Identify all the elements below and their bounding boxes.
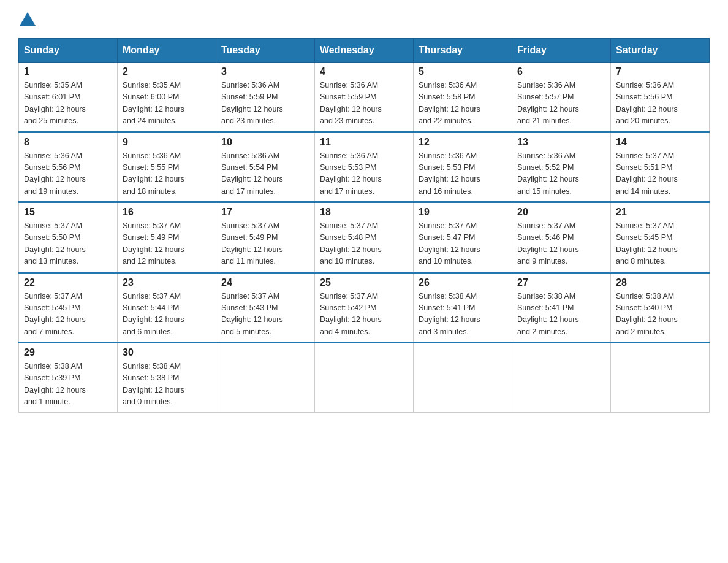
day-info: Sunrise: 5:36 AMSunset: 5:55 PMDaylight:…: [123, 150, 211, 198]
day-info: Sunrise: 5:37 AMSunset: 5:45 PMDaylight:…: [24, 291, 112, 339]
day-number: 18: [320, 207, 408, 218]
day-number: 30: [123, 347, 211, 358]
day-info: Sunrise: 5:38 AMSunset: 5:41 PMDaylight:…: [517, 291, 605, 339]
day-number: 27: [517, 277, 605, 288]
day-number: 3: [221, 66, 309, 77]
day-info: Sunrise: 5:38 AMSunset: 5:39 PMDaylight:…: [24, 361, 112, 408]
day-info: Sunrise: 5:37 AMSunset: 5:46 PMDaylight:…: [517, 220, 605, 268]
calendar-header-tuesday: Tuesday: [216, 39, 315, 63]
day-number: 21: [616, 207, 704, 218]
calendar-week-row: 22Sunrise: 5:37 AMSunset: 5:45 PMDayligh…: [19, 272, 710, 343]
calendar-day-cell: 11Sunrise: 5:36 AMSunset: 5:53 PMDayligh…: [315, 132, 414, 202]
calendar-day-cell: 9Sunrise: 5:36 AMSunset: 5:55 PMDaylight…: [118, 132, 216, 202]
day-number: 12: [419, 137, 507, 148]
day-info: Sunrise: 5:35 AMSunset: 6:00 PMDaylight:…: [123, 80, 211, 128]
day-number: 24: [221, 277, 309, 288]
calendar-day-cell: [315, 343, 414, 413]
calendar-day-cell: 15Sunrise: 5:37 AMSunset: 5:50 PMDayligh…: [19, 202, 118, 273]
calendar-week-row: 15Sunrise: 5:37 AMSunset: 5:50 PMDayligh…: [19, 202, 710, 273]
calendar-day-cell: 13Sunrise: 5:36 AMSunset: 5:52 PMDayligh…: [512, 132, 611, 202]
day-info: Sunrise: 5:37 AMSunset: 5:49 PMDaylight:…: [221, 220, 309, 268]
calendar-day-cell: 8Sunrise: 5:36 AMSunset: 5:56 PMDaylight…: [19, 132, 118, 202]
calendar-day-cell: 17Sunrise: 5:37 AMSunset: 5:49 PMDayligh…: [216, 202, 315, 273]
day-info: Sunrise: 5:37 AMSunset: 5:47 PMDaylight:…: [419, 220, 507, 268]
day-number: 20: [517, 207, 605, 218]
calendar-header-friday: Friday: [512, 39, 611, 63]
day-number: 2: [123, 66, 211, 77]
day-info: Sunrise: 5:36 AMSunset: 5:59 PMDaylight:…: [320, 80, 408, 128]
day-info: Sunrise: 5:37 AMSunset: 5:51 PMDaylight:…: [616, 150, 704, 198]
calendar-day-cell: 1Sunrise: 5:35 AMSunset: 6:01 PMDaylight…: [19, 63, 118, 132]
day-number: 15: [24, 207, 112, 218]
day-number: 25: [320, 277, 408, 288]
day-number: 6: [517, 66, 605, 77]
calendar-day-cell: 24Sunrise: 5:37 AMSunset: 5:43 PMDayligh…: [216, 272, 315, 343]
day-info: Sunrise: 5:37 AMSunset: 5:45 PMDaylight:…: [616, 220, 704, 268]
calendar-day-cell: 30Sunrise: 5:38 AMSunset: 5:38 PMDayligh…: [118, 343, 216, 413]
day-info: Sunrise: 5:36 AMSunset: 5:56 PMDaylight:…: [616, 80, 704, 128]
day-number: 11: [320, 137, 408, 148]
calendar-day-cell: 23Sunrise: 5:37 AMSunset: 5:44 PMDayligh…: [118, 272, 216, 343]
calendar-day-cell: 21Sunrise: 5:37 AMSunset: 5:45 PMDayligh…: [611, 202, 710, 273]
calendar-day-cell: 22Sunrise: 5:37 AMSunset: 5:45 PMDayligh…: [19, 272, 118, 343]
calendar-day-cell: 12Sunrise: 5:36 AMSunset: 5:53 PMDayligh…: [414, 132, 512, 202]
day-number: 1: [24, 66, 112, 77]
logo: [18, 12, 36, 26]
calendar-day-cell: 20Sunrise: 5:37 AMSunset: 5:46 PMDayligh…: [512, 202, 611, 273]
calendar-week-row: 8Sunrise: 5:36 AMSunset: 5:56 PMDaylight…: [19, 132, 710, 202]
calendar-day-cell: 29Sunrise: 5:38 AMSunset: 5:39 PMDayligh…: [19, 343, 118, 413]
day-info: Sunrise: 5:36 AMSunset: 5:57 PMDaylight:…: [517, 80, 605, 128]
day-info: Sunrise: 5:37 AMSunset: 5:50 PMDaylight:…: [24, 220, 112, 268]
day-info: Sunrise: 5:37 AMSunset: 5:42 PMDaylight:…: [320, 291, 408, 339]
calendar-table: SundayMondayTuesdayWednesdayThursdayFrid…: [18, 38, 710, 413]
day-number: 5: [419, 66, 507, 77]
calendar-header-thursday: Thursday: [414, 39, 512, 63]
calendar-day-cell: 28Sunrise: 5:38 AMSunset: 5:40 PMDayligh…: [611, 272, 710, 343]
day-number: 14: [616, 137, 704, 148]
calendar-day-cell: 7Sunrise: 5:36 AMSunset: 5:56 PMDaylight…: [611, 63, 710, 132]
day-info: Sunrise: 5:36 AMSunset: 5:53 PMDaylight:…: [320, 150, 408, 198]
day-number: 26: [419, 277, 507, 288]
day-info: Sunrise: 5:36 AMSunset: 5:59 PMDaylight:…: [221, 80, 309, 128]
day-number: 28: [616, 277, 704, 288]
calendar-header-sunday: Sunday: [19, 39, 118, 63]
day-number: 7: [616, 66, 704, 77]
calendar-day-cell: 5Sunrise: 5:36 AMSunset: 5:58 PMDaylight…: [414, 63, 512, 132]
day-number: 17: [221, 207, 309, 218]
day-number: 29: [24, 347, 112, 358]
day-number: 23: [123, 277, 211, 288]
day-info: Sunrise: 5:38 AMSunset: 5:38 PMDaylight:…: [123, 361, 211, 408]
calendar-day-cell: [216, 343, 315, 413]
calendar-day-cell: 2Sunrise: 5:35 AMSunset: 6:00 PMDaylight…: [118, 63, 216, 132]
calendar-day-cell: 18Sunrise: 5:37 AMSunset: 5:48 PMDayligh…: [315, 202, 414, 273]
day-info: Sunrise: 5:35 AMSunset: 6:01 PMDaylight:…: [24, 80, 112, 128]
calendar-day-cell: 6Sunrise: 5:36 AMSunset: 5:57 PMDaylight…: [512, 63, 611, 132]
day-info: Sunrise: 5:37 AMSunset: 5:43 PMDaylight:…: [221, 291, 309, 339]
calendar-day-cell: [611, 343, 710, 413]
day-number: 19: [419, 207, 507, 218]
calendar-day-cell: 26Sunrise: 5:38 AMSunset: 5:41 PMDayligh…: [414, 272, 512, 343]
calendar-day-cell: [512, 343, 611, 413]
logo-text-block: [18, 12, 36, 26]
calendar-day-cell: 3Sunrise: 5:36 AMSunset: 5:59 PMDaylight…: [216, 63, 315, 132]
calendar-day-cell: 19Sunrise: 5:37 AMSunset: 5:47 PMDayligh…: [414, 202, 512, 273]
day-number: 16: [123, 207, 211, 218]
calendar-day-cell: 14Sunrise: 5:37 AMSunset: 5:51 PMDayligh…: [611, 132, 710, 202]
day-number: 13: [517, 137, 605, 148]
calendar-day-cell: 4Sunrise: 5:36 AMSunset: 5:59 PMDaylight…: [315, 63, 414, 132]
calendar-day-cell: 25Sunrise: 5:37 AMSunset: 5:42 PMDayligh…: [315, 272, 414, 343]
calendar-header-wednesday: Wednesday: [315, 39, 414, 63]
day-info: Sunrise: 5:37 AMSunset: 5:44 PMDaylight:…: [123, 291, 211, 339]
calendar-header-saturday: Saturday: [611, 39, 710, 63]
day-number: 9: [123, 137, 211, 148]
calendar-week-row: 29Sunrise: 5:38 AMSunset: 5:39 PMDayligh…: [19, 343, 710, 413]
day-number: 10: [221, 137, 309, 148]
calendar-header-row: SundayMondayTuesdayWednesdayThursdayFrid…: [19, 39, 710, 63]
day-info: Sunrise: 5:38 AMSunset: 5:40 PMDaylight:…: [616, 291, 704, 339]
calendar-day-cell: 16Sunrise: 5:37 AMSunset: 5:49 PMDayligh…: [118, 202, 216, 273]
day-number: 22: [24, 277, 112, 288]
day-info: Sunrise: 5:36 AMSunset: 5:52 PMDaylight:…: [517, 150, 605, 198]
calendar-day-cell: [414, 343, 512, 413]
calendar-day-cell: 10Sunrise: 5:36 AMSunset: 5:54 PMDayligh…: [216, 132, 315, 202]
day-info: Sunrise: 5:38 AMSunset: 5:41 PMDaylight:…: [419, 291, 507, 339]
